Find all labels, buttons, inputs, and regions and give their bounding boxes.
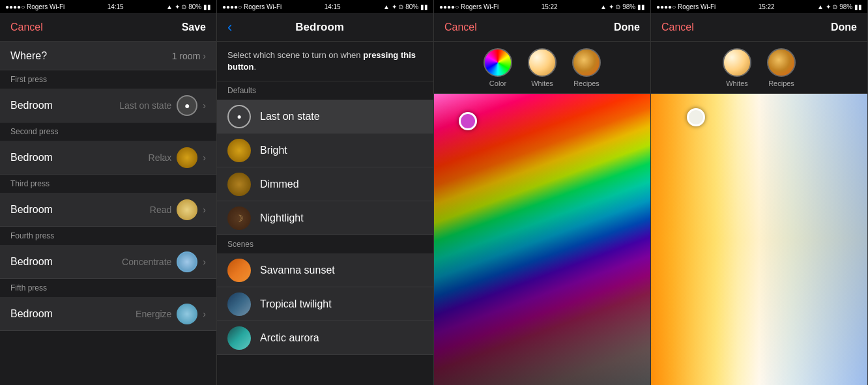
bright-icon — [227, 139, 251, 162]
tab-recipes[interactable]: Recipes — [572, 48, 601, 87]
scene-instruction: Select which scene to turn on when press… — [217, 42, 433, 81]
tab-color[interactable]: Color — [484, 48, 512, 87]
fourth-press-right: Concentrate › — [122, 251, 206, 272]
carrier-1: ●●●●○ Rogers Wi-Fi — [5, 3, 65, 10]
tab-recipes-label: Recipes — [573, 79, 600, 87]
color-picker-area[interactable] — [434, 94, 650, 385]
color-tabs: Color Whites Recipes — [434, 42, 650, 94]
read-scene-label: Read — [150, 205, 171, 215]
nightlight-icon: ☽ — [227, 207, 251, 230]
relax-scene-label: Relax — [149, 152, 172, 163]
color-selector-handle[interactable] — [459, 112, 477, 130]
energize-icon — [177, 304, 197, 324]
tropical-row[interactable]: Tropical twilight — [217, 287, 433, 321]
nightlight-row[interactable]: ☽ Nightlight — [217, 201, 433, 235]
recipes-icon-p4 — [767, 48, 796, 77]
fifth-press-right: Energize › — [136, 304, 206, 324]
save-button[interactable]: Save — [182, 21, 206, 33]
color-picker-gradient-overlay — [434, 94, 650, 385]
savanna-icon — [227, 259, 251, 282]
third-press-row[interactable]: Bedroom Read › — [0, 193, 216, 227]
where-value: 1 room › — [172, 51, 206, 61]
status-bar-2: ●●●●○ Rogers Wi-Fi 14:15 ▲ ✦ ⊙ 80% ▮▮ — [217, 0, 433, 13]
read-icon — [177, 199, 197, 220]
color-wheel-icon — [484, 48, 512, 77]
where-label: Where? — [10, 50, 47, 62]
status-bar-4: ●●●●○ Rogers Wi-Fi 15:22 ▲ ✦ ⊙ 98% ▮▮ — [651, 0, 867, 13]
panel-3-color-picker: ●●●●○ Rogers Wi-Fi 15:22 ▲ ✦ ⊙ 98% ▮▮ Ca… — [434, 0, 651, 385]
tab-recipes-p4[interactable]: Recipes — [767, 48, 796, 87]
section-first-press: First press — [0, 70, 216, 89]
savanna-name: Savanna sunset — [260, 264, 335, 276]
whites-selector-handle[interactable] — [687, 108, 705, 126]
panel-4-whites-picker: ●●●●○ Rogers Wi-Fi 15:22 ▲ ✦ ⊙ 98% ▮▮ Ca… — [651, 0, 868, 385]
relax-icon — [177, 147, 197, 168]
done-button-3[interactable]: Done — [614, 21, 640, 33]
nightlight-name: Nightlight — [260, 212, 304, 224]
tab-whites-label-p4: Whites — [726, 79, 748, 87]
section-second-press: Second press — [0, 122, 216, 141]
dimmed-name: Dimmed — [260, 178, 299, 190]
whites-tabs: Whites Recipes — [651, 42, 867, 94]
room-label-2: Bedroom — [10, 152, 53, 164]
arctic-name: Arctic aurora — [260, 332, 319, 344]
savanna-row[interactable]: Savanna sunset — [217, 253, 433, 287]
time-3: 15:22 — [542, 3, 558, 10]
tab-whites[interactable]: Whites — [528, 48, 557, 87]
tab-whites-label: Whites — [531, 79, 553, 87]
chevron-right-icon: › — [203, 51, 206, 61]
panel4-header: Cancel Done — [651, 13, 867, 42]
icons-1: ▲ ✦ ⊙ 80% ▮▮ — [166, 3, 211, 10]
scenes-section-label: Scenes — [217, 235, 433, 253]
carrier-3: ●●●●○ Rogers Wi-Fi — [439, 3, 499, 10]
tab-whites-p4[interactable]: Whites — [723, 48, 751, 87]
icons-3: ▲ ✦ ⊙ 98% ▮▮ — [600, 3, 645, 10]
defaults-section-label: Defaults — [217, 81, 433, 100]
cancel-button[interactable]: Cancel — [10, 21, 43, 33]
tropical-icon — [227, 292, 251, 316]
chevron-right-icon-2: › — [203, 152, 206, 163]
energize-scene-label: Energize — [136, 309, 171, 319]
time-4: 15:22 — [759, 3, 775, 10]
fourth-press-row[interactable]: Bedroom Concentrate › — [0, 245, 216, 279]
dimmed-icon — [227, 173, 251, 196]
panel2-title: Bedroom — [295, 21, 344, 34]
chevron-right-icon-5: › — [203, 309, 206, 319]
section-third-press: Third press — [0, 175, 216, 193]
back-button[interactable]: ‹ — [227, 19, 232, 36]
last-on-state-name: Last on state — [260, 111, 320, 122]
third-press-right: Read › — [150, 199, 206, 220]
dimmed-row[interactable]: Dimmed — [217, 167, 433, 201]
section-fourth-press: Fourth press — [0, 227, 216, 245]
whites-icon-p4 — [723, 48, 751, 77]
status-bar-1: ●●●●○ Rogers Wi-Fi 14:15 ▲ ✦ ⊙ 80% ▮▮ — [0, 0, 216, 13]
last-on-state-row[interactable]: ● Last on state — [217, 100, 433, 134]
time-2: 14:15 — [325, 3, 341, 10]
arctic-icon — [227, 326, 251, 350]
whites-overlay — [651, 94, 867, 385]
where-row[interactable]: Where? 1 room › — [0, 42, 216, 70]
chevron-right-icon: › — [203, 100, 206, 111]
whites-picker-area[interactable] — [651, 94, 867, 385]
first-press-right: Last on state ● › — [119, 95, 206, 116]
panel3-header: Cancel Done — [434, 13, 650, 42]
cancel-button-4[interactable]: Cancel — [661, 21, 694, 33]
cancel-button-3[interactable]: Cancel — [444, 21, 477, 33]
tropical-name: Tropical twilight — [260, 298, 332, 310]
chevron-right-icon-3: › — [203, 205, 206, 215]
second-press-row[interactable]: Bedroom Relax › — [0, 141, 216, 175]
last-on-state-row-icon: ● — [227, 105, 251, 128]
concentrate-icon — [177, 251, 197, 272]
last-on-state-icon: ● — [177, 95, 197, 116]
panel-2-scene-select: ●●●●○ Rogers Wi-Fi 14:15 ▲ ✦ ⊙ 80% ▮▮ ‹ … — [217, 0, 434, 385]
done-button-4[interactable]: Done — [831, 21, 857, 33]
first-press-row[interactable]: Bedroom Last on state ● › — [0, 89, 216, 122]
panel-1-button-settings: ●●●●○ Rogers Wi-Fi 14:15 ▲ ✦ ⊙ 80% ▮▮ Ca… — [0, 0, 217, 385]
time-1: 14:15 — [108, 3, 124, 10]
arctic-row[interactable]: Arctic aurora — [217, 321, 433, 355]
bright-row[interactable]: Bright — [217, 134, 433, 167]
room-label-5: Bedroom — [10, 308, 53, 320]
tab-color-label: Color — [489, 79, 506, 87]
bright-name: Bright — [260, 145, 287, 156]
fifth-press-row[interactable]: Bedroom Energize › — [0, 297, 216, 331]
